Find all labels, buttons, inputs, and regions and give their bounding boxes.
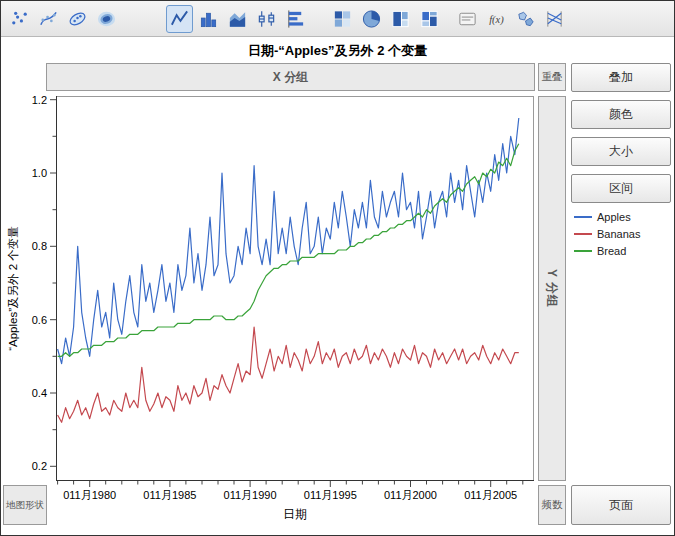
- graph-title[interactable]: 日期-“Apples”及另外 2 个变量: [1, 42, 674, 60]
- pie-chart-icon: [361, 8, 382, 30]
- bar-chart-icon: [198, 8, 219, 30]
- mosaic-tool-button[interactable]: [416, 5, 443, 33]
- smoother-icon: [38, 8, 59, 30]
- boxplot-tool-button[interactable]: [253, 5, 280, 33]
- area-tool-button[interactable]: [224, 5, 251, 33]
- graph-builder-window: f(x) 日期-“Apples”及另外 2 个变量 X 分组 重叠 Y 分组 频…: [0, 0, 675, 536]
- ellipse-icon: [67, 8, 88, 30]
- zone-map-shape-label: 地图形状: [6, 499, 44, 512]
- contour-icon: [96, 8, 117, 30]
- smoother-tool-button[interactable]: [35, 5, 62, 33]
- formula-tool-button[interactable]: f(x): [483, 5, 510, 33]
- mosaic-icon: [419, 8, 440, 30]
- bar-tool-button[interactable]: [195, 5, 222, 33]
- legend-label: Bananas: [597, 228, 640, 240]
- map-shapes-tool-button[interactable]: [512, 5, 539, 33]
- y-axis-title[interactable]: “Apples”及另外 2 个变量: [1, 96, 25, 481]
- formula-icon: f(x): [486, 8, 507, 30]
- zone-y-group-label: Y 分组: [544, 269, 561, 308]
- zone-wrap[interactable]: 重叠: [538, 63, 566, 91]
- heatmap-tool-button[interactable]: [329, 5, 356, 33]
- legend-label: Bread: [597, 245, 626, 257]
- element-toolbar: f(x): [1, 1, 674, 37]
- zone-x-group-label: X 分组: [273, 69, 308, 86]
- x-tick-label: 011月1985: [137, 488, 203, 503]
- y-tick-label: 0.4: [19, 387, 47, 399]
- treemap-tool-button[interactable]: [387, 5, 414, 33]
- y-tick-label: 0.8: [19, 240, 47, 252]
- zone-x-group[interactable]: X 分组: [46, 63, 535, 91]
- boxplot-icon: [256, 8, 277, 30]
- x-tick-label: 011月1990: [217, 488, 283, 503]
- ellipse-tool-button[interactable]: [64, 5, 91, 33]
- points-icon: [9, 8, 30, 30]
- histogram-tool-button[interactable]: [282, 5, 309, 33]
- y-tick-label: 1.2: [19, 94, 47, 106]
- x-tick-label: 011月1995: [297, 488, 363, 503]
- legend-item-apples[interactable]: Apples: [574, 208, 640, 225]
- treemap-icon: [390, 8, 411, 30]
- heatmap-icon: [332, 8, 353, 30]
- y-tick-label: 0.6: [19, 314, 47, 326]
- page-zone-button[interactable]: 页面: [571, 485, 671, 525]
- line-tool-button[interactable]: [166, 5, 193, 33]
- caption-box-icon: [457, 8, 478, 30]
- zone-frequency[interactable]: 频数: [538, 485, 566, 525]
- parallel-tool-button[interactable]: [541, 5, 568, 33]
- zone-wrap-label: 重叠: [542, 70, 563, 84]
- legend-label: Apples: [597, 211, 631, 223]
- size-zone-button[interactable]: 大小: [571, 137, 671, 166]
- contour-tool-button[interactable]: [93, 5, 120, 33]
- apples-line-swatch: [574, 216, 592, 218]
- interval-zone-button[interactable]: 区间: [571, 174, 671, 203]
- parallel-plot-icon: [544, 8, 565, 30]
- area-chart-icon: [227, 8, 248, 30]
- line-chart-canvas: [50, 96, 534, 488]
- y-tick-label: 1.0: [19, 167, 47, 179]
- caption-box-tool-button[interactable]: [454, 5, 481, 33]
- svg-text:f(x): f(x): [489, 13, 504, 25]
- zone-y-group[interactable]: Y 分组: [538, 96, 566, 481]
- pie-tool-button[interactable]: [358, 5, 385, 33]
- overlay-zone-button[interactable]: 叠加: [571, 63, 671, 92]
- points-tool-button[interactable]: [6, 5, 33, 33]
- x-tick-label: 011月1980: [57, 488, 123, 503]
- x-axis-title[interactable]: 日期: [195, 506, 395, 523]
- x-tick-label: 011月2005: [458, 488, 524, 503]
- y-tick-label: 0.2: [19, 460, 47, 472]
- x-tick-label: 011月2000: [377, 488, 443, 503]
- legend-item-bread[interactable]: Bread: [574, 242, 640, 259]
- line-chart-icon: [169, 8, 190, 30]
- legend: Apples Bananas Bread: [574, 208, 640, 259]
- map-shapes-icon: [515, 8, 536, 30]
- bananas-line-swatch: [574, 233, 592, 235]
- color-zone-button[interactable]: 颜色: [571, 100, 671, 129]
- zone-map-shape[interactable]: 地图形状: [3, 485, 47, 525]
- plot-area[interactable]: [50, 96, 534, 488]
- histogram-icon: [285, 8, 306, 30]
- bread-line-swatch: [574, 250, 592, 252]
- legend-item-bananas[interactable]: Bananas: [574, 225, 640, 242]
- zone-frequency-label: 频数: [542, 498, 563, 512]
